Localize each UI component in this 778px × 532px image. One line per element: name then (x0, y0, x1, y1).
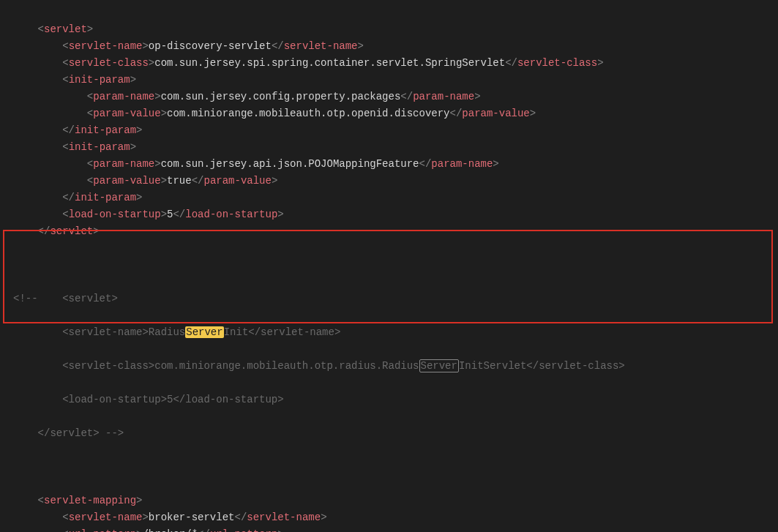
comment-line: <servlet-class>com.miniorange.mobileauth… (13, 358, 778, 375)
search-match: Server (419, 359, 459, 372)
comment-line: <!-- <servlet> (13, 291, 778, 307)
code-line: <param-name>com.sun.jersey.config.proper… (13, 89, 778, 105)
code-line: <url-pattern>/broker/*</url-pattern> (13, 526, 778, 532)
code-line: <init-param> (13, 72, 778, 89)
comment-line: </servlet> --> (13, 425, 778, 442)
code-line: </init-param> (13, 122, 778, 139)
comment-line: <load-on-startup>5</load-on-startup> (13, 391, 778, 408)
code-line: <servlet-mapping> (13, 492, 778, 509)
code-line: </servlet> (13, 223, 778, 240)
code-editor[interactable]: <servlet> <servlet-name>op-discovery-ser… (0, 0, 778, 532)
code-line: <servlet-name>op-discovery-servlet</serv… (13, 38, 778, 55)
code-line: <load-on-startup>5</load-on-startup> (13, 206, 778, 223)
code-line: <servlet-name>broker-servlet</servlet-na… (13, 509, 778, 526)
search-current-hit: Server (185, 326, 223, 338)
code-line: <servlet> (13, 21, 778, 38)
code-line: <param-value>com.miniorange.mobileauth.o… (13, 105, 778, 122)
code-line: <init-param> (13, 139, 778, 156)
code-line: <param-name>com.sun.jersey.api.json.POJO… (13, 156, 778, 173)
code-line: <servlet-class>com.sun.jersey.spi.spring… (13, 55, 778, 72)
code-line: <param-value>true</param-value> (13, 173, 778, 190)
comment-line: <servlet-name>RadiusServerInit</servlet-… (13, 324, 778, 341)
code-line: </init-param> (13, 190, 778, 206)
